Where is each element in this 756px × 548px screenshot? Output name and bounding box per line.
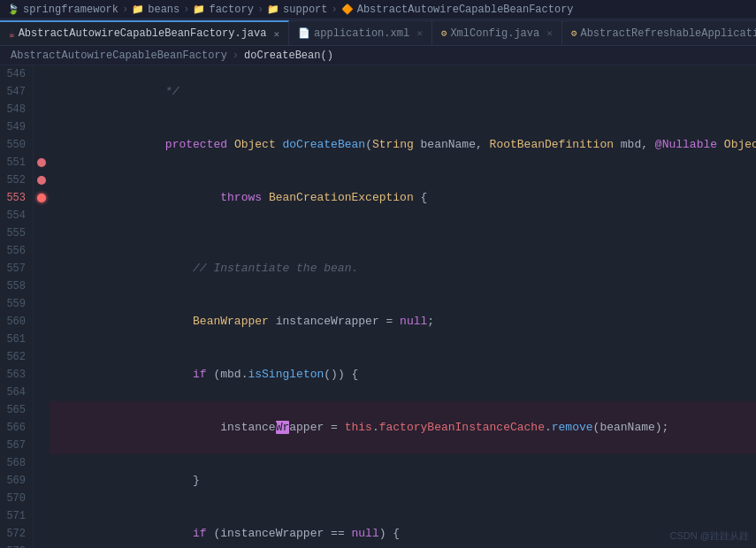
gutter-569 [34,472,50,490]
gutter-555 [34,225,50,242]
filepath-arrow: › [233,49,239,62]
gutter-548 [34,101,50,118]
gutter-559 [34,295,50,313]
gutter-561 [34,331,50,348]
gutter-567 [34,437,50,454]
gutter-556 [34,242,50,260]
breadcrumb-arrow-3: › [257,4,263,16]
gutter-551 [34,154,50,171]
gutter-560 [34,313,50,331]
line-547: 547 [4,83,26,101]
code-line-553: instanceWrapper = this.factoryBeanInstan… [50,401,756,454]
breadcrumb-support[interactable]: 📁 support [267,4,327,16]
code-lines: */ protected Object doCreateBean(String … [50,65,756,548]
gutter-568 [34,454,50,472]
gutter-566 [34,419,50,437]
code-content: 546 547 548 549 550 551 552 553 554 555 … [0,65,756,548]
gutter-549 [34,118,50,136]
code-line-552: if (mbd.isSingleton()) { [50,348,756,401]
filepath-class: AbstractAutowireCapableBeanFactory [11,49,227,62]
code-line-550: // Instantiate the bean. [50,242,756,295]
line-551: 551 [4,154,26,171]
line-550: 550 [4,136,26,154]
java-file-icon: ☕ [9,28,15,40]
abstract-icon: ⚙ [571,27,577,39]
tab-label-2: application.xml [314,27,409,40]
line-559: 559 [4,295,26,313]
line-548: 548 [4,101,26,118]
line-557: 557 [4,260,26,278]
gutter-547 [34,83,50,101]
gutter-573 [34,543,50,548]
tabs-bar: ☕ AbstractAutowireCapableBeanFactory.jav… [0,19,756,46]
cursor-word: Wr [276,421,290,434]
line-560: 560 [4,313,26,331]
tab-label-3: XmlConfig.java [450,27,539,40]
filepath-method: doCreateBean() [244,49,333,62]
gutter-562 [34,348,50,366]
folder-icon: 📁 [132,4,144,15]
code-line-547: protected Object doCreateBean(String bea… [50,118,756,171]
line-554: 554 [4,207,26,225]
xml-file-icon: 📄 [298,27,310,39]
tab-abstract-autowire[interactable]: ☕ AbstractAutowireCapableBeanFactory.jav… [0,20,289,45]
tab-close-2[interactable]: ✕ [416,27,423,39]
tab-abstract-refreshable[interactable]: ⚙ AbstractRefreshableApplicationContext … [562,20,756,45]
line-573: 573 [4,543,26,548]
line-558: 558 [4,278,26,295]
tab-close-1[interactable]: ✕ [273,28,279,40]
filepath-bar: AbstractAutowireCapableBeanFactory › doC… [0,46,756,65]
gutter-565 [34,401,50,419]
breadcrumb-beans[interactable]: 📁 beans [132,4,179,16]
line-568: 568 [4,454,26,472]
gutter [34,65,50,548]
line-552: 552 [4,171,26,189]
code-line-554: } [50,454,756,507]
line-565: 565 [4,401,26,419]
spring-icon: 🍃 [7,4,19,15]
breadcrumb-class[interactable]: 🔶 AbstractAutowireCapableBeanFactory [341,4,574,16]
folder-icon-2: 📁 [193,4,205,15]
line-564: 564 [4,384,26,401]
line-546: 546 [4,65,26,83]
breadcrumb-springframework[interactable]: 🍃 springframework [7,4,118,16]
watermark: CSDN @跬跬从跬 [670,529,749,543]
gutter-553 [34,189,50,207]
gutter-554 [34,207,50,225]
tab-xmlconfig[interactable]: ⚙ XmlConfig.java ✕ [432,20,562,45]
breakpoint-553-active[interactable] [37,194,46,202]
tab-application-xml[interactable]: 📄 application.xml ✕ [289,20,432,45]
tab-label-4: AbstractRefreshableApplicationContext [580,27,756,40]
code-line-549 [50,225,756,242]
breadcrumb-factory[interactable]: 📁 factory [193,4,253,16]
line-numbers: 546 547 548 549 550 551 552 553 554 555 … [0,65,34,548]
gutter-550 [34,136,50,154]
tab-close-3[interactable]: ✕ [546,27,553,39]
gutter-570 [34,490,50,507]
line-553: 553 [4,189,26,207]
gutter-563 [34,366,50,384]
line-549: 549 [4,118,26,136]
line-572: 572 [4,525,26,543]
breakpoint-552[interactable] [37,176,46,185]
gutter-558 [34,278,50,295]
gutter-557 [34,260,50,278]
gutter-572 [34,525,50,543]
code-line-551: BeanWrapper instanceWrapper = null; [50,295,756,348]
code-area: 546 547 548 549 550 551 552 553 554 555 … [0,65,756,548]
line-556: 556 [4,242,26,260]
folder-icon-3: 📁 [267,4,279,15]
breadcrumb-arrow: › [122,4,128,16]
class-icon: 🔶 [341,4,354,15]
gutter-564 [34,384,50,401]
breadcrumb-arrow-2: › [183,4,189,16]
breakpoint-551[interactable] [37,158,46,167]
line-570: 570 [4,490,26,507]
code-line-548: throws BeanCreationException { [50,171,756,225]
breadcrumb-bar: 🍃 springframework › 📁 beans › 📁 factory … [0,0,756,19]
line-562: 562 [4,348,26,366]
gutter-571 [34,507,50,525]
line-563: 563 [4,366,26,384]
config-icon: ⚙ [441,27,447,39]
line-555: 555 [4,225,26,242]
